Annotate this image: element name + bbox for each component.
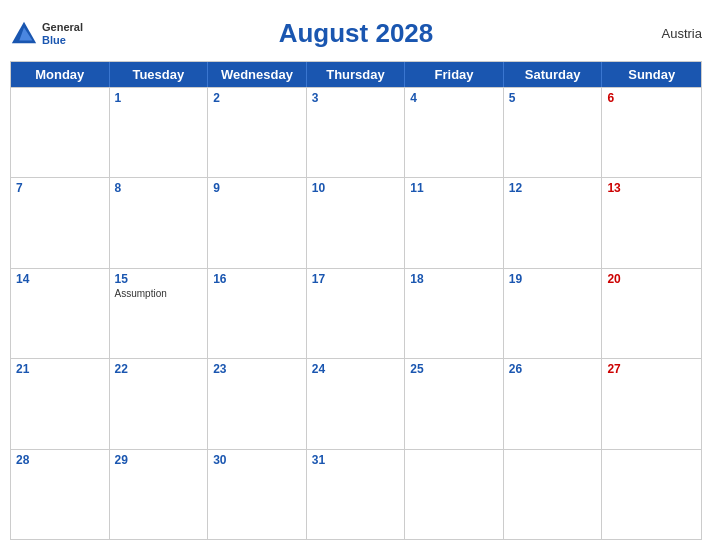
day-cell: 2 [208,88,307,177]
logo-blue: Blue [42,34,83,46]
calendar-header: General Blue August 2028 Austria [10,10,702,55]
day-number: 18 [410,272,498,286]
day-cell [602,450,701,539]
day-cell: 12 [504,178,603,267]
day-number: 29 [115,453,203,467]
logo-text: General Blue [42,21,83,45]
calendar-title: August 2028 [279,18,434,49]
day-cell [11,88,110,177]
day-cell: 4 [405,88,504,177]
day-number: 8 [115,181,203,195]
day-cell: 21 [11,359,110,448]
day-cell: 23 [208,359,307,448]
week-row-1: 123456 [11,87,701,177]
day-number: 1 [115,91,203,105]
day-number: 20 [607,272,696,286]
header-wednesday: Wednesday [208,62,307,87]
day-cell: 20 [602,269,701,358]
day-number: 15 [115,272,203,286]
country-label: Austria [662,26,702,41]
header-friday: Friday [405,62,504,87]
day-number: 2 [213,91,301,105]
day-number: 24 [312,362,400,376]
header-thursday: Thursday [307,62,406,87]
day-cell: 19 [504,269,603,358]
header-saturday: Saturday [504,62,603,87]
header-monday: Monday [11,62,110,87]
day-number: 9 [213,181,301,195]
day-cell: 5 [504,88,603,177]
day-cell: 13 [602,178,701,267]
day-number: 4 [410,91,498,105]
day-cell: 18 [405,269,504,358]
day-cell: 10 [307,178,406,267]
day-cell: 27 [602,359,701,448]
day-cell: 1 [110,88,209,177]
day-headers: Monday Tuesday Wednesday Thursday Friday… [11,62,701,87]
day-cell: 24 [307,359,406,448]
day-number: 12 [509,181,597,195]
day-number: 17 [312,272,400,286]
week-row-4: 21222324252627 [11,358,701,448]
day-number: 25 [410,362,498,376]
day-cell: 26 [504,359,603,448]
day-number: 7 [16,181,104,195]
day-cell: 3 [307,88,406,177]
day-cell: 17 [307,269,406,358]
calendar: Monday Tuesday Wednesday Thursday Friday… [10,61,702,540]
day-cell: 25 [405,359,504,448]
day-cell [405,450,504,539]
day-cell: 11 [405,178,504,267]
day-cell: 8 [110,178,209,267]
day-cell: 29 [110,450,209,539]
day-number: 26 [509,362,597,376]
day-number: 22 [115,362,203,376]
day-number: 16 [213,272,301,286]
day-number: 27 [607,362,696,376]
day-cell: 30 [208,450,307,539]
day-number: 30 [213,453,301,467]
day-number: 6 [607,91,696,105]
day-cell: 6 [602,88,701,177]
day-cell: 31 [307,450,406,539]
event-label: Assumption [115,288,203,299]
week-row-5: 28293031 [11,449,701,539]
day-number: 13 [607,181,696,195]
day-number: 31 [312,453,400,467]
day-number: 23 [213,362,301,376]
day-number: 14 [16,272,104,286]
day-cell: 22 [110,359,209,448]
day-cell: 14 [11,269,110,358]
day-number: 19 [509,272,597,286]
day-number: 5 [509,91,597,105]
day-number: 10 [312,181,400,195]
day-cell: 15Assumption [110,269,209,358]
week-row-2: 78910111213 [11,177,701,267]
logo-general: General [42,21,83,33]
logo-icon [10,20,38,48]
day-number: 11 [410,181,498,195]
calendar-weeks: 123456789101112131415Assumption161718192… [11,87,701,539]
day-number: 21 [16,362,104,376]
header-tuesday: Tuesday [110,62,209,87]
logo: General Blue [10,20,83,48]
day-number: 28 [16,453,104,467]
day-cell: 16 [208,269,307,358]
week-row-3: 1415Assumption1617181920 [11,268,701,358]
day-cell [504,450,603,539]
day-cell: 28 [11,450,110,539]
day-number: 3 [312,91,400,105]
day-cell: 9 [208,178,307,267]
header-sunday: Sunday [602,62,701,87]
day-cell: 7 [11,178,110,267]
